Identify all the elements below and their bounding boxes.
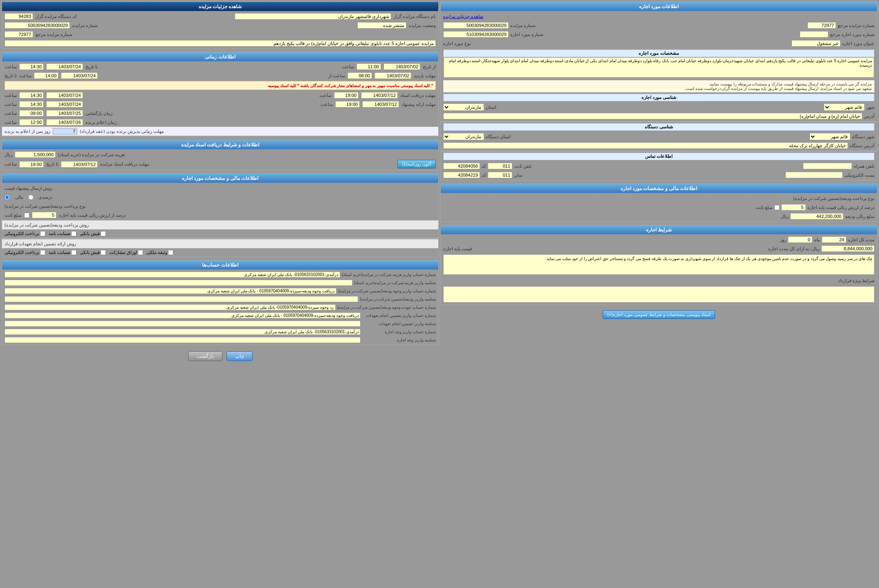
mohlat-baz-from[interactable] bbox=[374, 72, 411, 79]
gheymat-base-value[interactable] bbox=[821, 245, 875, 252]
account-row-6: شناسه واریز تضمین انجام تعهدات bbox=[2, 319, 438, 328]
shomare-marje-right-value[interactable] bbox=[4, 31, 33, 38]
telefon-sabt-value[interactable] bbox=[443, 163, 480, 169]
onvan-mozayede-value[interactable] bbox=[4, 40, 436, 47]
ravesh-label: روش ارسال پیشنهاد قیمت bbox=[4, 186, 52, 191]
fax-value[interactable] bbox=[443, 172, 480, 178]
mohlat-ersal-from-saat[interactable] bbox=[335, 101, 360, 108]
mali-right-title: اطلاعات مالی و مشخصات مورد اجاره bbox=[2, 174, 438, 183]
shomare-mozayede-right-value[interactable] bbox=[4, 22, 70, 29]
mali-title: اطلاعات مالی و مشخصات مورد اجاره bbox=[441, 184, 877, 193]
account-value-1[interactable] bbox=[4, 280, 352, 286]
account-value-0[interactable] bbox=[4, 272, 340, 278]
modat-mah[interactable] bbox=[822, 236, 846, 243]
mohlat-ersal-to-saat[interactable] bbox=[19, 101, 44, 108]
radio-zamanat[interactable] bbox=[71, 231, 76, 236]
shomare-ejare2-value[interactable] bbox=[443, 31, 509, 38]
account-value-4[interactable] bbox=[4, 304, 336, 310]
modat-unit-mah: ماه bbox=[814, 237, 820, 242]
vaziat-value[interactable] bbox=[357, 22, 406, 29]
harineh-value[interactable] bbox=[15, 151, 56, 158]
account-row-8: شناسه واریز وجه اجاره bbox=[2, 336, 438, 344]
telefon-hamrah-value[interactable] bbox=[803, 163, 852, 169]
account-value-7[interactable] bbox=[4, 329, 361, 335]
saat-enteshar-from[interactable] bbox=[357, 63, 381, 70]
mohlat-qabol-roz[interactable] bbox=[53, 128, 77, 135]
mohlat-daryaft-from-date[interactable] bbox=[361, 92, 398, 99]
gheymat-base-label: قیمت پایه اجاره bbox=[443, 246, 472, 251]
address-value[interactable] bbox=[443, 113, 862, 119]
account-label-8: شناسه واریز وجه اجاره bbox=[362, 338, 436, 342]
mohlat-daryaft-asnad-date[interactable] bbox=[61, 161, 98, 168]
taahod-electronic[interactable] bbox=[40, 250, 45, 255]
shomare-ejare-marje-value[interactable] bbox=[800, 31, 828, 38]
account-label-5: شماره حساب واریز تضمین انجام تعهدات bbox=[362, 313, 436, 318]
saat-elam[interactable] bbox=[19, 119, 44, 126]
radio-electronic[interactable] bbox=[40, 231, 45, 236]
darsad-value[interactable] bbox=[781, 204, 806, 211]
taahod-fesh[interactable] bbox=[101, 250, 106, 255]
mablagh-sabt-check-right[interactable] bbox=[24, 213, 29, 218]
mohlat-ersal-to-date[interactable] bbox=[46, 101, 83, 108]
conditions-text: چک های در سر رسید وصول می گردد و در صورت… bbox=[545, 256, 872, 261]
darsad-paye-value[interactable] bbox=[32, 212, 56, 218]
mohlat-baz-to[interactable] bbox=[61, 72, 98, 79]
back-btn[interactable]: بازگشت bbox=[188, 351, 222, 361]
mali-type-riyal[interactable] bbox=[4, 195, 10, 200]
saat-baz-from[interactable] bbox=[348, 72, 372, 79]
mohlat-daryaft-from-saat[interactable] bbox=[334, 92, 359, 99]
print-btn[interactable]: چاپ bbox=[226, 351, 253, 361]
saat-enteshar-to[interactable] bbox=[19, 63, 44, 70]
saat-baz-open[interactable] bbox=[19, 110, 44, 117]
saat-baz-to[interactable] bbox=[34, 72, 58, 79]
ravesh-pardakht-label: روش پرداخت ودیعه(تضمین شرکت در مزایده) bbox=[4, 222, 89, 228]
ostan-select[interactable]: مازندران bbox=[443, 103, 484, 111]
kod-sabt[interactable] bbox=[488, 163, 512, 169]
taahod-ovraq[interactable] bbox=[138, 250, 143, 255]
mohlat-baz-label: مهلت بازدید bbox=[414, 73, 436, 79]
gheymat-riyal: ریال، به ازای کل مدت اجاره bbox=[768, 246, 820, 251]
kod-dastgah-value[interactable] bbox=[4, 13, 33, 20]
taahod-zamanat[interactable] bbox=[71, 250, 76, 255]
account-value-6[interactable] bbox=[4, 321, 361, 327]
radio-fesh-banki[interactable] bbox=[101, 231, 106, 236]
mohlat-daryaft-asnad-saat[interactable] bbox=[19, 161, 44, 168]
mablagh-sabt-check[interactable] bbox=[774, 205, 780, 210]
tarikh-enteshar-to[interactable] bbox=[46, 63, 83, 70]
footer-btn[interactable]: اسناد پیوستی مشخصات و شرایط عمومی مورد ا… bbox=[603, 310, 715, 319]
zaman-baz-date[interactable] bbox=[46, 110, 83, 117]
tarikh-enteshar-from[interactable] bbox=[383, 63, 420, 70]
ostan-dastgah-select[interactable]: مازندران bbox=[443, 133, 484, 140]
mohlat-daryaft-to-date[interactable] bbox=[46, 92, 83, 99]
modat-roz[interactable] bbox=[788, 236, 812, 243]
tozih-text: * کلیه اسناد پیوستی مناسبت مهور به مهر و… bbox=[268, 83, 433, 88]
mali-type-darsad[interactable] bbox=[28, 195, 34, 200]
link-shahadat[interactable]: شاهده جزئیات مزایده bbox=[443, 14, 483, 19]
mohlat-ersal-from-date[interactable] bbox=[362, 101, 399, 108]
zaman-elam-date[interactable] bbox=[46, 119, 83, 126]
account-value-8[interactable] bbox=[4, 337, 361, 343]
shahr-select[interactable]: قائم شهر bbox=[824, 103, 865, 111]
nam-dastgah-value[interactable] bbox=[235, 13, 391, 20]
saat-elam-label: ساعت bbox=[4, 120, 17, 125]
moshakhasat-text[interactable]: مزایده عمومی اجاره 5 عدد تابلوی تبلیغاتی… bbox=[444, 57, 874, 78]
account-value-2[interactable] bbox=[4, 288, 336, 294]
shomare-mozayede2-value[interactable] bbox=[443, 22, 509, 29]
address-dastgah-value[interactable] bbox=[443, 142, 848, 149]
moshakhasat-title: مشخصات مورد اجاره bbox=[444, 49, 874, 57]
akoon-btn[interactable]: آکون روزنامه(1) bbox=[397, 160, 436, 168]
shahr-dastgah-select[interactable]: قائم شهر bbox=[809, 133, 850, 140]
shomare-mozayede-value[interactable] bbox=[807, 22, 836, 29]
kod-fax[interactable] bbox=[488, 172, 512, 178]
post-value[interactable] bbox=[785, 172, 843, 178]
account-value-5[interactable] bbox=[4, 312, 361, 319]
shahr-label: شهر bbox=[866, 105, 875, 110]
mablagh-riyali-value[interactable] bbox=[790, 213, 843, 220]
mohlat-daryaft-label: مهلت دریافت اسناد bbox=[400, 93, 436, 98]
noe-ejare-label: نوع مورد اجاره bbox=[443, 41, 471, 46]
kod-dastgah-label: کد دستگاه مزایده گزار bbox=[36, 14, 77, 19]
taahod-vasiqa[interactable] bbox=[168, 250, 173, 255]
onvan-ejare-value[interactable] bbox=[792, 40, 841, 47]
account-value-3[interactable] bbox=[4, 296, 358, 302]
mohlat-daryaft-to-saat[interactable] bbox=[19, 92, 44, 99]
